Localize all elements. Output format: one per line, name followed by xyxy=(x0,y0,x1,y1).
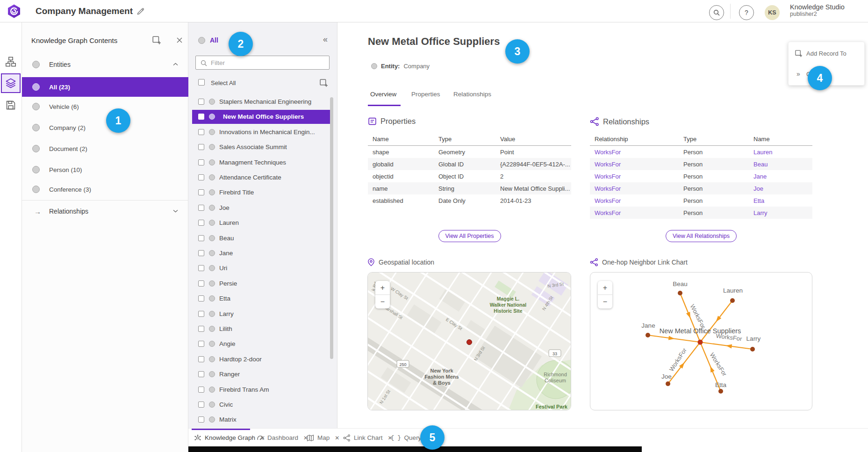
close-panel-icon[interactable] xyxy=(175,36,184,44)
add-record-icon[interactable] xyxy=(319,79,328,87)
list-item[interactable]: Hardtop 2-door xyxy=(188,352,337,366)
save-icon[interactable] xyxy=(5,100,16,111)
cell-link[interactable]: Beau xyxy=(749,161,812,168)
item-checkbox[interactable] xyxy=(198,311,204,317)
edit-title-icon[interactable] xyxy=(136,7,145,15)
item-checkbox[interactable] xyxy=(198,280,204,287)
cell-link[interactable]: WorksFor xyxy=(590,209,679,216)
item-checkbox[interactable] xyxy=(198,402,204,408)
relationships-section-header[interactable]: → Relationships xyxy=(22,201,188,222)
zoom-out-button[interactable]: − xyxy=(598,295,612,309)
cell-value: 2 xyxy=(495,173,571,180)
cell-link[interactable]: WorksFor xyxy=(590,161,679,168)
list-item[interactable]: Angie xyxy=(188,337,337,351)
menu-item-add-record-to[interactable]: Add Record To xyxy=(789,45,865,62)
view-tab-link-chart[interactable]: Link Chart✕ xyxy=(343,429,393,447)
list-item[interactable]: Jane xyxy=(188,246,337,260)
item-checkbox[interactable] xyxy=(198,220,204,226)
data-model-icon[interactable] xyxy=(5,56,16,67)
entities-section-header[interactable]: Entities xyxy=(22,55,188,74)
list-item[interactable]: Managment Techniques xyxy=(188,156,337,170)
entity-type-row-company[interactable]: Company (2) xyxy=(22,118,188,137)
item-checkbox[interactable] xyxy=(198,295,204,301)
list-item[interactable]: Matrix xyxy=(188,413,337,427)
item-checkbox[interactable] xyxy=(198,99,204,105)
list-item[interactable]: Uri xyxy=(188,261,337,275)
cell-link[interactable]: Joe xyxy=(749,185,812,192)
item-checkbox[interactable] xyxy=(198,189,204,195)
list-item[interactable]: New Metal Office Suppliers xyxy=(192,110,331,124)
view-tab-dashboard[interactable]: Dashboard✕ xyxy=(257,429,308,447)
cell-link[interactable]: WorksFor xyxy=(590,185,679,192)
entity-type-row-document[interactable]: Document (2) xyxy=(22,139,188,158)
help-button[interactable]: ? xyxy=(739,5,754,20)
item-checkbox[interactable] xyxy=(198,205,204,211)
item-checkbox[interactable] xyxy=(198,371,204,377)
search-button[interactable] xyxy=(709,5,724,20)
tab-relationships[interactable]: Relationships xyxy=(453,91,491,98)
entity-type-row-all[interactable]: All (23) xyxy=(22,77,188,97)
item-checkbox[interactable] xyxy=(198,114,204,120)
list-item[interactable]: Larry xyxy=(188,307,337,321)
cell-link[interactable]: Jane xyxy=(749,173,812,180)
cell-link[interactable]: WorksFor xyxy=(590,197,679,204)
relationships-label: Relationships xyxy=(49,208,88,215)
scrollbar-thumb[interactable] xyxy=(330,97,333,359)
select-all-checkbox[interactable] xyxy=(198,79,205,86)
close-tab-icon[interactable]: ✕ xyxy=(335,435,339,441)
list-item[interactable]: Lilith xyxy=(188,322,337,336)
list-item[interactable]: Lauren xyxy=(188,216,337,230)
item-checkbox[interactable] xyxy=(198,235,204,241)
view-all-properties-button[interactable]: View All Properties xyxy=(438,230,501,242)
view-all-relationships-button[interactable]: View All Relationships xyxy=(666,230,737,242)
cell-link[interactable]: Etta xyxy=(749,197,812,204)
geospatial-map[interactable]: 25033 k RdW Clay StW Marshall StE Clay S… xyxy=(367,272,571,410)
item-checkbox[interactable] xyxy=(198,341,204,347)
list-item[interactable]: Beau xyxy=(188,231,337,245)
list-header-all[interactable]: All xyxy=(210,36,218,44)
item-checkbox[interactable] xyxy=(198,144,204,150)
list-item[interactable]: Firebird Trans Am xyxy=(188,383,337,397)
list-item[interactable]: Firebird Title xyxy=(188,186,337,200)
item-checkbox[interactable] xyxy=(198,250,204,256)
list-item[interactable]: Persie xyxy=(188,277,337,291)
list-item[interactable]: Ranger xyxy=(188,367,337,381)
list-item[interactable]: Attendance Certificate xyxy=(188,171,337,185)
cell-link[interactable]: Lauren xyxy=(749,149,812,156)
item-checkbox[interactable] xyxy=(198,129,204,135)
zoom-in-button[interactable]: + xyxy=(375,281,390,294)
tab-properties[interactable]: Properties xyxy=(411,91,440,98)
item-label: Persie xyxy=(219,280,237,287)
item-checkbox[interactable] xyxy=(198,174,204,180)
list-item[interactable]: Civic xyxy=(188,398,337,412)
layers-tool-active[interactable] xyxy=(1,73,21,93)
avatar[interactable]: KS xyxy=(765,5,780,20)
list-item[interactable]: Innovations in Mechanical Engin... xyxy=(188,125,337,139)
zoom-in-button[interactable]: + xyxy=(598,281,612,294)
one-hop-link-chart[interactable]: WorksForWorksForWorksForWorksForBeauLaur… xyxy=(590,272,812,410)
view-tab-knowledge-graph[interactable]: Knowledge Graph✕ xyxy=(194,429,265,447)
tab-overview[interactable]: Overview xyxy=(370,91,396,98)
item-checkbox[interactable] xyxy=(198,416,204,423)
filter-input[interactable] xyxy=(211,57,327,69)
cell-link[interactable]: Larry xyxy=(749,209,812,216)
view-tab-map[interactable]: Map✕ xyxy=(307,429,339,447)
cell-link[interactable]: WorksFor xyxy=(590,173,679,180)
item-checkbox[interactable] xyxy=(198,326,204,332)
item-checkbox[interactable] xyxy=(198,265,204,271)
list-item[interactable]: Staplers Mechanical Engineering xyxy=(188,95,337,109)
table-row: WorksForPersonLauren xyxy=(590,146,812,158)
list-item[interactable]: Joe xyxy=(188,201,337,215)
item-checkbox[interactable] xyxy=(198,159,204,165)
add-record-icon[interactable] xyxy=(152,36,161,45)
entity-type-row-conference[interactable]: Conference (3) xyxy=(22,179,188,199)
list-item[interactable]: Etta xyxy=(188,292,337,306)
entity-type-row-person[interactable]: Person (10) xyxy=(22,160,188,179)
item-checkbox[interactable] xyxy=(198,387,204,393)
list-item[interactable]: Sales Associate Summit xyxy=(188,140,337,154)
entity-type-row-vehicle[interactable]: Vehicle (6) xyxy=(22,97,188,116)
collapse-panel-icon[interactable]: « xyxy=(323,35,328,44)
cell-link[interactable]: WorksFor xyxy=(590,149,679,156)
zoom-out-button[interactable]: − xyxy=(375,295,390,309)
item-checkbox[interactable] xyxy=(198,356,204,362)
